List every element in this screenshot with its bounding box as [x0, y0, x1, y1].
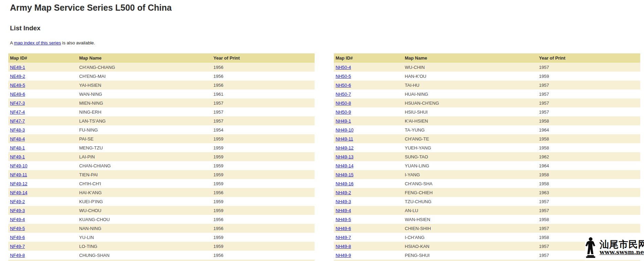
map-id-link[interactable]: NE49-5 — [10, 83, 25, 88]
map-id-cell: NF49-3 — [8, 208, 79, 213]
year-of-print-cell: 1962 — [539, 154, 640, 159]
watermark: 汕尾市民网 www.swsm.net — [585, 235, 643, 260]
map-id-link[interactable]: NH50-5 — [336, 74, 351, 79]
column-header-year-of-print: Year of Print — [213, 55, 315, 61]
map-id-link[interactable]: NH49-13 — [336, 154, 353, 159]
map-id-link[interactable]: NH50-9 — [336, 109, 351, 115]
map-name-cell: HAN-K'OU — [405, 74, 539, 79]
map-id-cell: NH49-4 — [334, 208, 405, 213]
year-of-print-cell: 1959 — [213, 163, 315, 168]
year-of-print-cell: 1959 — [213, 181, 315, 186]
map-id-link[interactable]: NF49-5 — [10, 226, 25, 231]
map-name-cell: FU-NING — [79, 127, 213, 133]
map-id-cell: NH49-8 — [334, 244, 405, 249]
map-id-link[interactable]: NF49-6 — [10, 235, 25, 240]
map-name-cell: CHUNG-SHAN — [79, 253, 213, 258]
map-id-link[interactable]: NH49-3 — [336, 199, 351, 204]
map-id-link[interactable]: NF49-3 — [10, 208, 25, 213]
map-id-link[interactable]: NH49-10 — [336, 127, 353, 133]
map-id-link[interactable]: NF47-4 — [10, 109, 25, 115]
year-of-print-cell: 1958 — [539, 136, 640, 142]
map-name-cell: CH'IH-CH'I — [79, 181, 213, 186]
year-of-print-cell: 1957 — [539, 226, 640, 231]
map-name-cell: FENG-CHIEH — [405, 190, 539, 195]
table-row: NH49-1K'AI-HSIEN1958 — [334, 116, 640, 125]
map-id-link[interactable]: NH50-7 — [336, 92, 351, 97]
year-of-print-cell: 1963 — [539, 190, 640, 195]
map-name-cell: SUNG-TAO — [405, 154, 539, 159]
map-id-link[interactable]: NF49-2 — [10, 199, 25, 204]
year-of-print-cell: 1957 — [539, 92, 640, 97]
table-row: NH49-11CH'ANG-TE1958 — [334, 134, 640, 143]
watermark-text: 汕尾市民网 www.swsm.net — [600, 240, 644, 255]
table-row: NF49-11TIEN-PAI1959 — [8, 170, 315, 179]
map-name-cell: I-CH'ANG — [405, 235, 539, 240]
map-name-cell: MENG-TZU — [79, 145, 213, 150]
map-id-link[interactable]: NF49-4 — [10, 217, 25, 222]
map-id-cell: NH49-1 — [334, 118, 405, 124]
map-id-link[interactable]: NH49-15 — [336, 172, 353, 177]
map-id-link[interactable]: NH50-4 — [336, 65, 351, 70]
table-row: NF48-1MENG-TZU1959 — [8, 143, 315, 152]
map-id-link[interactable]: NF48-3 — [10, 127, 25, 133]
section-heading: List Index — [10, 24, 41, 32]
table-row: NF49-4KUANG-CHOU1956 — [8, 215, 315, 224]
map-id-link[interactable]: NH49-14 — [336, 163, 353, 168]
table-row: NE49-2CH'ENG-MAI1956 — [8, 72, 315, 81]
map-name-cell: HSUAN-CH'ENG — [405, 101, 539, 106]
map-id-link[interactable]: NE49-2 — [10, 74, 25, 79]
table-row: NF48-4PAI-SE1959 — [8, 134, 315, 143]
year-of-print-cell: 1959 — [213, 172, 315, 177]
table-row: NH50-8HSUAN-CH'ENG1957 — [334, 98, 640, 107]
map-id-link[interactable]: NE49-6 — [10, 92, 25, 97]
map-id-link[interactable]: NH49-5 — [336, 217, 351, 222]
map-id-link[interactable]: NH49-2 — [336, 190, 351, 195]
map-id-link[interactable]: NF47-7 — [10, 118, 25, 124]
map-id-cell: NE49-6 — [8, 92, 79, 97]
table-row: NF49-5NAN-NING1956 — [8, 224, 315, 233]
map-id-link[interactable]: NF49-14 — [10, 190, 28, 195]
year-of-print-cell: 1958 — [539, 181, 640, 186]
map-id-link[interactable]: NH49-12 — [336, 145, 353, 150]
year-of-print-cell: 1957 — [213, 109, 315, 115]
map-id-link[interactable]: NH50-8 — [336, 101, 351, 106]
map-id-link[interactable]: NF49-12 — [10, 181, 28, 186]
table-row: NE49-6WAN-NING1961 — [8, 90, 315, 98]
year-of-print-cell: 1958 — [539, 145, 640, 150]
map-id-link[interactable]: NH49-8 — [336, 244, 351, 249]
year-of-print-cell: 1957 — [539, 65, 640, 70]
map-name-cell: HSIU-SHUI — [405, 109, 539, 115]
map-id-link[interactable]: NH49-1 — [336, 118, 351, 124]
map-id-cell: NH49-10 — [334, 127, 405, 133]
map-id-link[interactable]: NF49-1 — [10, 154, 25, 159]
year-of-print-cell: 1959 — [213, 235, 315, 240]
map-id-link[interactable]: NH49-7 — [336, 235, 351, 240]
map-name-cell: I-YANG — [405, 172, 539, 177]
table-row: NH49-2FENG-CHIEH1963 — [334, 188, 640, 197]
map-id-link[interactable]: NH50-6 — [336, 83, 351, 88]
map-id-link[interactable]: NF48-4 — [10, 136, 25, 142]
table-header-row: Map ID# Map Name Year of Print — [334, 53, 640, 63]
map-id-cell: NF48-4 — [8, 136, 79, 142]
map-id-cell: NF49-10 — [8, 163, 79, 168]
map-id-link[interactable]: NH49-9 — [336, 253, 351, 258]
map-name-cell: LO-TING — [79, 244, 213, 249]
map-id-link[interactable]: NF49-11 — [10, 172, 27, 177]
map-id-link[interactable]: NF49-7 — [10, 244, 25, 249]
map-index-link[interactable]: map index of this series — [14, 40, 61, 45]
map-id-link[interactable]: NF49-10 — [10, 163, 28, 168]
year-of-print-cell: 1959 — [213, 154, 315, 159]
map-id-link[interactable]: NH49-16 — [336, 181, 353, 186]
map-id-link[interactable]: NH49-11 — [336, 136, 353, 142]
map-id-link[interactable]: NE49-1 — [10, 65, 25, 70]
map-id-cell: NH49-3 — [334, 199, 405, 204]
map-id-link[interactable]: NH49-6 — [336, 226, 351, 231]
map-id-link[interactable]: NH49-4 — [336, 208, 351, 213]
year-of-print-cell: 1957 — [213, 118, 315, 124]
map-id-link[interactable]: NF48-1 — [10, 145, 25, 150]
map-id-cell: NH50-8 — [334, 101, 405, 106]
map-id-link[interactable]: NF49-8 — [10, 253, 25, 258]
year-of-print-cell: 1961 — [213, 92, 315, 97]
map-id-link[interactable]: NF47-3 — [10, 101, 25, 106]
map-name-cell: CH'ANG-SHA — [405, 181, 539, 186]
